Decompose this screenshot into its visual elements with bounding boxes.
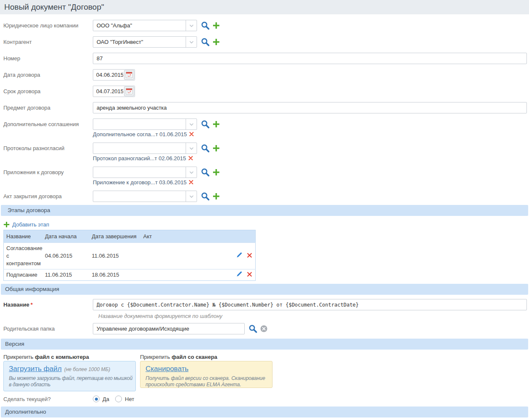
field-label: Юридическое лицо компании (3, 20, 93, 29)
field-row-protocols: Протоколы разногласий Протокол разноглас… (3, 143, 527, 162)
remove-attachment-icon[interactable] (189, 156, 193, 160)
field-label: Акт закрытия договора (3, 191, 93, 199)
chevron-down-icon[interactable] (186, 119, 197, 129)
attachment-link[interactable]: Приложение к договор...т 03.06.2015 (93, 179, 186, 186)
attachment-link[interactable]: Протокол разногласий...т 02.06.2015 (93, 155, 186, 162)
parent-folder-input[interactable] (93, 323, 245, 334)
stages-table-header: Название Дата начала Дата завершения Акт (4, 230, 256, 243)
field-row-contract-term: Срок договора (3, 86, 527, 97)
field-row-parent-folder: Родительская папка (3, 323, 527, 334)
stage-start-date: 04.06.2015 (43, 243, 89, 269)
column-header-actions (234, 230, 256, 243)
attachment-link[interactable]: Дополнительное согла...т 01.06.2015 (93, 131, 187, 137)
chevron-down-icon[interactable] (186, 37, 197, 47)
upload-file-link[interactable]: Загрузить файл (9, 365, 62, 373)
remove-attachment-icon[interactable] (189, 132, 194, 136)
column-header: Дата завершения (89, 230, 141, 243)
upload-dropzone[interactable]: Загрузить файл(не более 1000 МБ) Вы може… (3, 361, 136, 391)
field-label: Сделать текущей? (3, 396, 93, 402)
attach-computer-title: Прикрепить файл с компьютера (3, 354, 136, 360)
search-icon[interactable] (201, 144, 210, 153)
stage-act (141, 243, 234, 269)
contract-term-input[interactable] (94, 88, 123, 94)
contract-date-input[interactable] (94, 72, 123, 78)
attach-from-computer-column: Прикрепить файл с компьютера Загрузить ф… (3, 354, 136, 391)
section-header-additional: Дополнительно (1, 407, 528, 417)
field-label: Предмет договора (3, 102, 93, 111)
remove-attachment-icon[interactable] (189, 180, 193, 184)
chevron-down-icon[interactable] (186, 20, 197, 31)
chevron-down-icon[interactable] (186, 191, 197, 202)
delete-stage-icon[interactable] (247, 272, 252, 277)
combobox-value: ООО "Альфа" (93, 20, 186, 31)
scan-link[interactable]: Сканировать (146, 365, 189, 373)
annexes-combobox[interactable] (93, 167, 197, 178)
field-row-contractor: Контрагент ОАО "ТоргИнвест" (3, 36, 527, 48)
field-label: Контрагент (3, 36, 93, 45)
search-icon[interactable] (201, 120, 210, 129)
combobox-value (93, 191, 186, 202)
document-form: Юридическое лицо компании ООО "Альфа" Ко… (0, 14, 529, 417)
chevron-down-icon[interactable] (186, 167, 197, 178)
section-header-general: Общая информация (1, 284, 528, 295)
combobox-value (93, 119, 186, 129)
field-row-name: Название* (3, 299, 527, 310)
contractor-combobox[interactable]: ОАО "ТоргИнвест" (93, 36, 197, 48)
field-row-contract-date: Дата договора (3, 69, 527, 81)
clear-folder-icon[interactable] (260, 325, 267, 332)
search-icon[interactable] (201, 38, 210, 46)
add-icon[interactable] (213, 121, 220, 128)
closing-act-combobox[interactable] (93, 191, 197, 202)
number-input[interactable] (93, 53, 527, 64)
calendar-icon[interactable] (124, 70, 134, 80)
stage-end-date: 11.06.2015 (89, 243, 141, 269)
search-icon[interactable] (201, 21, 210, 30)
add-icon (3, 221, 10, 228)
name-input[interactable] (93, 299, 527, 310)
stage-name: Подписание (4, 269, 43, 281)
field-label: Название* (3, 299, 93, 308)
column-header: Дата начала (43, 230, 89, 243)
field-row-number: Номер (3, 53, 527, 64)
search-icon[interactable] (201, 192, 210, 201)
combobox-value (93, 167, 186, 178)
add-icon[interactable] (213, 38, 220, 46)
page-header: Новый документ "Договор" (0, 0, 529, 14)
edit-stage-icon[interactable] (237, 252, 242, 258)
attach-scanner-title: Прикрепить файл со сканера (140, 354, 273, 360)
add-icon[interactable] (213, 145, 220, 152)
add-icon[interactable] (213, 169, 220, 176)
add-stage-button[interactable]: Добавить этап (3, 221, 529, 228)
radio-yes[interactable] (93, 396, 100, 402)
delete-stage-icon[interactable] (247, 253, 252, 258)
version-columns: Прикрепить файл с компьютера Загрузить ф… (3, 354, 529, 391)
upload-hint: Вы можете загрузить файл, перетащив его … (9, 375, 134, 388)
edit-stage-icon[interactable] (237, 271, 242, 277)
field-row-closing-act: Акт закрытия договора (3, 191, 527, 202)
chevron-down-icon[interactable] (186, 143, 197, 153)
stage-row: Согласование с контрагентом 04.06.2015 1… (4, 243, 256, 269)
column-header: Акт (141, 230, 234, 243)
name-template-hint: Название документа формируется по шаблон… (98, 313, 529, 319)
required-asterisk: * (30, 302, 32, 308)
stage-act (141, 269, 234, 281)
calendar-icon[interactable] (124, 86, 134, 96)
field-row-legal-entity: Юридическое лицо компании ООО "Альфа" (3, 20, 527, 31)
add-icon[interactable] (213, 22, 220, 29)
search-icon[interactable] (201, 168, 210, 177)
upload-size-note: (не более 1000 МБ) (64, 366, 110, 372)
additional-agreements-combobox[interactable] (93, 118, 197, 130)
add-icon[interactable] (213, 193, 220, 200)
subject-input[interactable] (93, 102, 527, 113)
contract-term-field (93, 86, 135, 97)
radio-yes-label: Да (103, 396, 109, 402)
legal-entity-combobox[interactable]: ООО "Альфа" (93, 20, 197, 31)
combobox-value (93, 143, 186, 153)
page-title: Новый документ "Договор" (4, 3, 104, 12)
search-icon[interactable] (248, 324, 257, 333)
scan-hint: Получить файл версии со сканера. Сканиро… (146, 375, 268, 388)
protocols-combobox[interactable] (93, 143, 197, 154)
radio-no[interactable] (115, 396, 122, 402)
add-stage-label: Добавить этап (12, 221, 49, 228)
field-label: Протоколы разногласий (3, 143, 93, 151)
